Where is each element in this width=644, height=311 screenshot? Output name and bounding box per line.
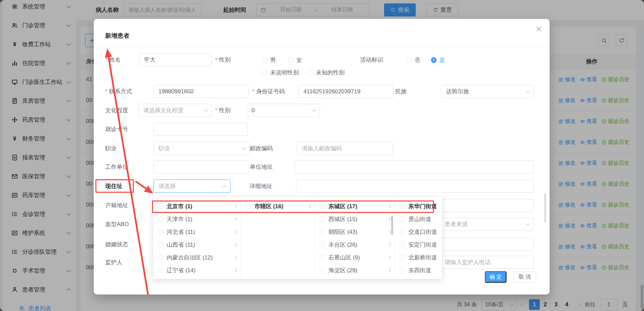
address-cascader-dropdown: 北京市 (1) 天津市 (1) 河北省 (11) 山西省 (11) (153, 196, 442, 279)
modal-scrollbar[interactable] (544, 193, 546, 222)
modal-header-divider (94, 46, 550, 47)
current-address-cascader-select[interactable]: 请选择 (153, 180, 231, 193)
radio-icon[interactable] (158, 268, 163, 273)
employer-address-label: 单位地址 (250, 160, 273, 174)
cascader-option[interactable]: 天津市 (1) (153, 213, 240, 225)
ethnic-select[interactable]: 达斡尔族 (441, 85, 534, 98)
radio-icon[interactable] (400, 229, 405, 235)
radio-icon[interactable] (320, 255, 325, 260)
confirm-button[interactable]: 确 定 (485, 271, 506, 283)
cascader-option[interactable]: 东四街道 (395, 264, 442, 277)
employer-input[interactable] (153, 160, 250, 174)
gender-female-radio[interactable]: 女 (288, 56, 302, 64)
current-address-label: 现住址 (105, 180, 122, 193)
radio-icon[interactable] (320, 268, 325, 273)
chevron-right-icon (233, 268, 237, 272)
cascader-option[interactable]: 西城区 (15) (315, 213, 394, 225)
occupation-select[interactable]: 职业 (153, 142, 250, 155)
postcode-input[interactable] (297, 142, 393, 155)
chevron-right-icon (387, 217, 391, 221)
cascader-option[interactable]: 辽宁省 (14) (153, 264, 240, 277)
gender-male-radio[interactable]: 男 (262, 56, 276, 64)
cascader-province-column: 北京市 (1) 天津市 (1) 河北省 (11) 山西省 (11) (153, 197, 241, 279)
cascader-option[interactable]: 石景山区 (9) (315, 251, 394, 264)
radio-icon[interactable] (158, 204, 163, 209)
chevron-right-icon (233, 217, 237, 221)
cascader-option[interactable]: 丰台区 (26) (315, 238, 394, 251)
gender-label: *性别 (215, 53, 231, 66)
gender-unknown-radio[interactable]: 未知的性别 (308, 68, 345, 76)
modal-title: 新增患者 (105, 32, 129, 40)
cascader-option[interactable]: 内蒙古自治区 (12) (153, 251, 240, 264)
close-icon[interactable] (535, 26, 542, 32)
postcode-label: 邮政编码 (250, 142, 273, 155)
radio-icon[interactable] (158, 229, 163, 235)
radio-icon[interactable] (158, 216, 163, 222)
radio-icon[interactable] (245, 204, 251, 209)
active-flag-label: 活动标识 (360, 53, 383, 66)
chevron-right-icon (233, 230, 237, 234)
cascader-option[interactable]: 北新桥街道 (395, 251, 442, 264)
employer-address-input[interactable] (295, 160, 534, 174)
education-select[interactable]: 请选择文化程度 (138, 104, 212, 117)
radio-icon[interactable] (320, 204, 325, 209)
guardian-phone-input[interactable] (440, 256, 534, 269)
chevron-right-icon (233, 255, 237, 259)
marital-right-input[interactable] (440, 238, 534, 251)
chevron-down-icon (204, 107, 208, 112)
active-yes-radio[interactable]: 是 (431, 56, 445, 64)
chevron-right-icon (233, 204, 237, 208)
cascader-option[interactable]: 东华门街道 (395, 200, 442, 213)
cascader-option[interactable]: 海淀区 (29) (315, 264, 394, 277)
radio-icon[interactable] (400, 216, 405, 222)
cascader-scrollbar[interactable] (391, 216, 393, 235)
cascader-option[interactable]: 交道口街道 (395, 225, 442, 238)
chevron-down-icon (312, 107, 316, 112)
cascader-option[interactable]: 朝阳区 (43) (315, 225, 394, 238)
contact-label: *联系方式 (105, 85, 132, 98)
employer-label: 工作单位 (105, 160, 128, 174)
chevron-right-icon (387, 243, 391, 246)
occupation-label: 职业 (105, 142, 117, 155)
idcard-input[interactable] (298, 85, 393, 98)
radio-icon[interactable] (320, 216, 325, 222)
contact-input[interactable] (153, 85, 248, 98)
idcard-label: *身份证号码 (252, 85, 285, 98)
chevron-right-icon (387, 204, 391, 208)
cascader-option[interactable]: 北京市 (1) (153, 200, 240, 213)
radio-icon[interactable] (320, 242, 325, 247)
cascader-city-column: 市辖区 (16) (241, 197, 315, 279)
radio-icon[interactable] (400, 268, 405, 273)
registered-address-label: 户籍地址 (105, 199, 128, 212)
radio-icon[interactable] (320, 229, 325, 235)
chevron-right-icon (233, 243, 237, 246)
radio-icon[interactable] (400, 242, 405, 247)
cascader-street-column: 东华门街道 景山街道 交道口街道 安定门街道 (395, 197, 442, 279)
gender-unspecified-radio[interactable]: 未说明性别 (262, 68, 299, 76)
guardian-label: 监护人 (105, 256, 122, 269)
visit-card-input[interactable] (153, 123, 248, 136)
cascader-option[interactable]: 山西省 (11) (153, 238, 240, 251)
radio-icon[interactable] (158, 255, 163, 260)
cascader-option[interactable]: 安定门街道 (395, 238, 442, 251)
cascader-option[interactable]: 景山街道 (395, 213, 442, 225)
patient-source-select[interactable]: 患者来源 (440, 218, 534, 231)
marital-status-label: 婚姻状态 (105, 238, 128, 251)
cascader-option[interactable]: 东城区 (17) (315, 200, 394, 213)
cascader-option[interactable]: 市辖区 (16) (241, 200, 314, 213)
chevron-up-icon (223, 185, 227, 189)
chevron-right-icon (387, 230, 391, 234)
name-input[interactable] (139, 53, 212, 66)
registered-detail-input[interactable] (440, 199, 534, 212)
radio-icon[interactable] (158, 242, 163, 247)
gender2-select[interactable]: 0 (246, 104, 320, 117)
active-no-radio[interactable]: 否 (406, 56, 420, 64)
chevron-down-icon (241, 146, 246, 150)
chevron-down-icon (526, 89, 530, 93)
radio-icon[interactable] (400, 204, 405, 209)
chevron-right-icon (387, 255, 391, 259)
cancel-button[interactable]: 取 消 (513, 271, 536, 283)
address-detail-input[interactable] (296, 180, 534, 193)
radio-icon[interactable] (400, 255, 405, 260)
cascader-option[interactable]: 河北省 (11) (153, 225, 240, 238)
